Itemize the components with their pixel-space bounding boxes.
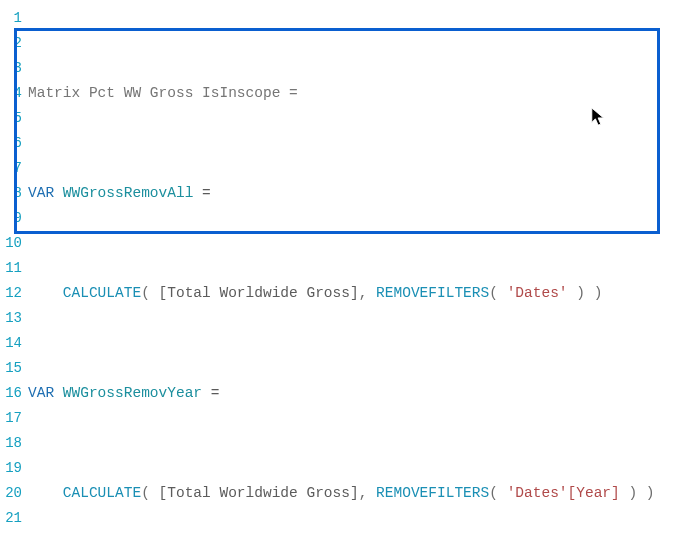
- code-line[interactable]: Matrix Pct WW Gross IsInscope =: [28, 81, 678, 106]
- code-area[interactable]: Matrix Pct WW Gross IsInscope = VAR WWGr…: [28, 0, 678, 535]
- line-number-gutter: 1 2 3 4 5 6 7 8 9 10 11 12 13 14 15 16 1…: [0, 0, 28, 535]
- code-line[interactable]: CALCULATE( [Total Worldwide Gross], REMO…: [28, 281, 678, 306]
- func-calculate: CALCULATE: [63, 485, 141, 501]
- line-number: 3: [0, 56, 28, 81]
- column-ref: 'Dates'[Year]: [507, 485, 620, 501]
- keyword-var: VAR: [28, 385, 54, 401]
- line-number: 20: [0, 481, 28, 506]
- func-removefilters: REMOVEFILTERS: [376, 485, 489, 501]
- keyword-var: VAR: [28, 185, 54, 201]
- line-number: 9: [0, 206, 28, 231]
- line-number: 21: [0, 506, 28, 531]
- line-number: 7: [0, 156, 28, 181]
- measure-ref: [Total Worldwide Gross]: [159, 485, 359, 501]
- line-number: 10: [0, 231, 28, 256]
- measure-name: Matrix Pct WW Gross IsInscope =: [28, 85, 298, 101]
- dax-editor[interactable]: 1 2 3 4 5 6 7 8 9 10 11 12 13 14 15 16 1…: [0, 0, 678, 535]
- code-line[interactable]: CALCULATE( [Total Worldwide Gross], REMO…: [28, 481, 678, 506]
- line-number: 5: [0, 106, 28, 131]
- line-number: 18: [0, 431, 28, 456]
- line-number: 11: [0, 256, 28, 281]
- line-number: 17: [0, 406, 28, 431]
- code-line[interactable]: VAR WWGrossRemovYear =: [28, 381, 678, 406]
- measure-ref: [Total Worldwide Gross]: [159, 285, 359, 301]
- line-number: 16: [0, 381, 28, 406]
- line-number: 15: [0, 356, 28, 381]
- line-number: 8: [0, 181, 28, 206]
- var-name: WWGrossRemovYear: [63, 385, 202, 401]
- var-name: WWGrossRemovAll: [63, 185, 194, 201]
- line-number: 12: [0, 281, 28, 306]
- code-line[interactable]: VAR WWGrossRemovAll =: [28, 181, 678, 206]
- line-number: 13: [0, 306, 28, 331]
- func-removefilters: REMOVEFILTERS: [376, 285, 489, 301]
- line-number: 1: [0, 6, 28, 31]
- line-number: 2: [0, 31, 28, 56]
- line-number: 14: [0, 331, 28, 356]
- func-calculate: CALCULATE: [63, 285, 141, 301]
- column-ref: 'Dates': [507, 285, 568, 301]
- line-number: 6: [0, 131, 28, 156]
- line-number: 19: [0, 456, 28, 481]
- line-number: 4: [0, 81, 28, 106]
